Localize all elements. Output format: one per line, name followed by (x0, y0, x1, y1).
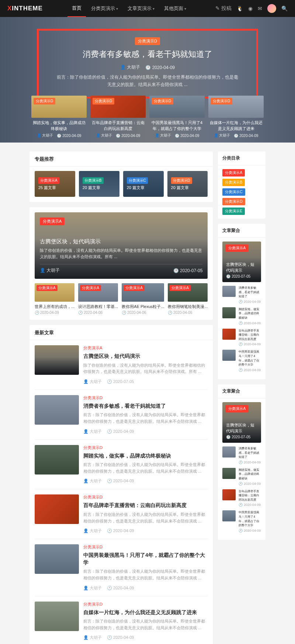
author-label: 👤 大胡子 (214, 133, 230, 138)
category-tag[interactable]: 分类演示A (124, 285, 145, 291)
author-label: 👤 大胡子 (96, 133, 112, 138)
feature-small-title: 教你用钢笔绘制美漫... (168, 304, 208, 309)
date-label: 🕐 2020-04-06 (78, 311, 118, 315)
feature-author: 👤 大胡子 (40, 267, 60, 274)
feature-small-item[interactable]: 分类演示A 设计思路教程！零基... 🕐 2020-04-06 (78, 283, 118, 315)
date-label: 🕐 2020-04-09 (107, 429, 134, 434)
article-item[interactable]: 分类演示D 自媒体一片红海，为什么我还是义无反顾跳了进来 前言：除了你创造的价值… (35, 596, 208, 644)
hero-section: 分类演示D 消费者有多敏感，看老干妈就知道了 👤 大胡子 🕐 2020-04-0… (0, 17, 295, 143)
date-label: 🕐 2020-04-09 (239, 482, 261, 486)
nav-item-0[interactable]: 首页 (67, 0, 86, 17)
sidebar-item[interactable]: 百年品牌牵手直播营销：云南白药玩出新高度 🕐 2020-04-09 (222, 489, 261, 507)
topic-count: 20 篇文章 (83, 185, 119, 191)
site-logo[interactable]: XINTHEME (7, 5, 43, 12)
article-title: 自媒体一片红海，为什么我还是义无反顾跳了进来 (83, 609, 208, 616)
sidebar-item[interactable]: 脚踏实地，做实事，品牌成功终极秘诀 🕐 2020-04-09 (222, 468, 261, 486)
feature-category-tag[interactable]: 分类演示A (40, 217, 65, 225)
category-pill[interactable]: 分类演示C (222, 188, 245, 196)
sidebar-item[interactable]: 脚踏实地，做实事，品牌成功终极秘诀 🕐 2020-04-09 (222, 307, 261, 325)
date-label: 🕐 2020-04-09 (107, 479, 134, 483)
date-label: 🕐 2020-04-09 (234, 134, 258, 138)
topic-item[interactable]: 分类演示C20 篇文章 (123, 171, 164, 197)
hero-card[interactable]: 分类演示D 脚踏实地，做实事，品牌成功终极秘诀 👤 大胡子🕐 2020-04-0… (31, 96, 87, 138)
sidebar-item[interactable]: 中国男装最强黑马！只用了4年，就霸占了你的整个大学 🕐 2020-04-09 (222, 510, 261, 532)
article-thumb (35, 345, 79, 375)
feature-main[interactable]: 分类演示A 古腾堡区块，短代码演示 除了你创造的价值，没有人能为你的结局买单。即… (35, 212, 208, 279)
sidebar-item[interactable]: 百年品牌牵手直播营销：云南白药玩出新高度 🕐 2020-04-09 (222, 329, 261, 346)
sidebar-feature[interactable]: 分类演示A 古腾堡区块，短代码演示 🕐 2020-07-05 (222, 242, 261, 282)
hero-excerpt: 前言：除了你创造的价值，没有人能为你的结局买单。即使全世界都相信的你很努力，也是… (49, 73, 246, 89)
article-item[interactable]: 分类演示D 百年品牌牵手直播营销：云南白药玩出新高度 前言：除了你创造的价值，没… (35, 489, 208, 539)
category-pill[interactable]: 分类演示A (222, 169, 245, 177)
hero-card[interactable]: 分类演示D 百年品牌牵手直播营销：云南白药玩出新高度 👤 大胡子🕐 2020-0… (90, 96, 146, 138)
sidebar-item[interactable]: 中国男装最强黑马！只用了4年，就霸占了你的整个大学 🕐 2020-04-09 (222, 350, 261, 371)
topic-item[interactable]: 分类演示A25 篇文章 (35, 171, 75, 197)
category-pill[interactable]: 分类演示E (222, 208, 245, 215)
nav-item-3[interactable]: 其他页面▾ (160, 0, 191, 17)
hero-featured[interactable]: 分类演示D 消费者有多敏感，看老干妈就知道了 👤 大胡子 🕐 2020-04-0… (37, 29, 258, 99)
feature-small-item[interactable]: 分类演示A 世界上所有的成功，... 🕐 2020-04-09 (35, 283, 74, 315)
article-category[interactable]: 分类演示D (83, 395, 208, 401)
article-category[interactable]: 分类演示D (83, 445, 208, 451)
category-tag[interactable]: 分类演示A (80, 285, 101, 291)
sidebar-item-title: 消费者有多敏感，看老干妈就知道了 (239, 286, 261, 299)
hero-card-title: 百年品牌牵手直播营销：云南白药玩出新高度 (90, 120, 146, 131)
author-label: 👤 大胡子 (83, 635, 102, 640)
category-pill[interactable]: 分类演示D (222, 198, 245, 205)
sidebar-item-title: 脚踏实地，做实事，品牌成功终极秘诀 (239, 307, 261, 320)
category-pill[interactable]: 分类演示B (222, 179, 245, 186)
nav-item-1[interactable]: 分类页演示▾ (87, 0, 122, 17)
hero-date: 🕐 2020-04-09 (145, 65, 175, 70)
category-tag[interactable]: 分类演示A (225, 244, 249, 252)
feature-small-item[interactable]: 分类演示A 教你用AE Plexus粒子... 🕐 2020-04-06 (122, 283, 164, 315)
category-tag[interactable]: 分类演示D (211, 98, 232, 105)
sidebar-item[interactable]: 消费者有多敏感，看老干妈就知道了 🕐 2020-04-09 (222, 286, 261, 304)
sidebar-item-thumb (222, 307, 236, 318)
category-tag[interactable]: 分类演示A (170, 285, 191, 291)
nav-item-2[interactable]: 文章页演示▾ (123, 0, 159, 17)
article-item[interactable]: 分类演示A 古腾堡区块，短代码演示 除了你创造的价值，没有人能为你的结局买单。即… (35, 340, 208, 390)
article-item[interactable]: 分类演示D 脚踏实地，做实事，品牌成功终极秘诀 前言：除了你创造的价值，没有人能… (35, 440, 208, 490)
sidebar-item-title: 百年品牌牵手直播营销：云南白药玩出新高度 (239, 329, 261, 342)
hero-card-thumb: 分类演示D (31, 96, 87, 118)
category-tag[interactable]: 分类演示A (225, 405, 249, 412)
article-category[interactable]: 分类演示D (83, 544, 208, 550)
article-item[interactable]: 分类演示D 中国男装最强黑马！只用了4年，就霸占了你的整个大学 前言：除了你创造… (35, 539, 208, 596)
topic-item[interactable]: 分类演示B20 篇文章 (79, 171, 119, 197)
date-label: 🕐 2020-04-09 (107, 635, 134, 640)
qq-icon[interactable]: 🐧 (237, 6, 243, 11)
category-tag[interactable]: 分类演示D (152, 98, 173, 105)
sidebar-aggregate-2: 文章聚合 分类演示A 古腾堡区块，短代码演示 🕐 2020-07-05 消费者有… (218, 384, 266, 540)
feature-excerpt: 除了你创造的价值，没有人能为你的结局买单。即使全世界都相信的你很努力，也是毫无意… (40, 247, 202, 260)
feature-small-title: 教你用AE Plexus粒子... (122, 304, 164, 309)
wechat-icon[interactable]: ✉ (258, 6, 262, 11)
user-avatar[interactable] (267, 4, 276, 13)
feature-small-item[interactable]: 分类演示A 教你用钢笔绘制美漫... 🕐 2020-04-06 (168, 283, 208, 315)
feature-title: 古腾堡区块，短代码演示 (40, 238, 202, 245)
article-category[interactable]: 分类演示A (83, 345, 208, 351)
article-category[interactable]: 分类演示D (83, 602, 208, 607)
contribute-link[interactable]: ✎ 投稿 (215, 5, 232, 12)
hero-card[interactable]: 分类演示D 中国男装最强黑马！只用了4年，就霸占了你的整个大学 👤 大胡子🕐 2… (149, 96, 205, 138)
category-tag[interactable]: 分类演示D (93, 98, 114, 105)
topic-item[interactable]: 分类演示D20 篇文章 (167, 171, 208, 197)
sidebar-item-thumb (222, 489, 236, 500)
topic-count: 20 篇文章 (127, 185, 164, 191)
search-icon[interactable]: 🔍 (281, 6, 288, 11)
sidebar-item[interactable]: 消费者有多敏感，看老干妈就知道了 🕐 2020-04-09 (222, 446, 261, 464)
article-item[interactable]: 分类演示D 消费者有多敏感，看老干妈就知道了 前言：除了你创造的价值，没有人能为… (35, 390, 208, 440)
category-tag[interactable]: 分类演示A (37, 285, 58, 291)
date-label: 🕐 2020-04-06 (122, 311, 164, 315)
weibo-icon[interactable]: ◉ (248, 6, 253, 11)
date-label: 🕐 2020-04-09 (239, 342, 261, 346)
hero-card-title: 中国男装最强黑马！只用了4年，就霸占了你的整个大学 (149, 120, 205, 131)
category-tag[interactable]: 分类演示D (34, 98, 55, 105)
sidebar-item-thumb (222, 446, 236, 458)
hero-card-thumb: 分类演示D (208, 96, 264, 118)
feature-date: 🕐 2020-07-05 (173, 268, 203, 273)
hero-card[interactable]: 分类演示D 自媒体一片红海，为什么我还是义无反顾跳了进来 👤 大胡子🕐 2020… (208, 96, 264, 138)
hero-category-tag[interactable]: 分类演示D (135, 37, 160, 45)
sidebar-feature[interactable]: 分类演示A 古腾堡区块，短代码演示 🕐 2020-07-05 (222, 402, 261, 443)
topic-tag: 分类演示A (38, 177, 59, 184)
article-category[interactable]: 分类演示D (83, 494, 208, 500)
